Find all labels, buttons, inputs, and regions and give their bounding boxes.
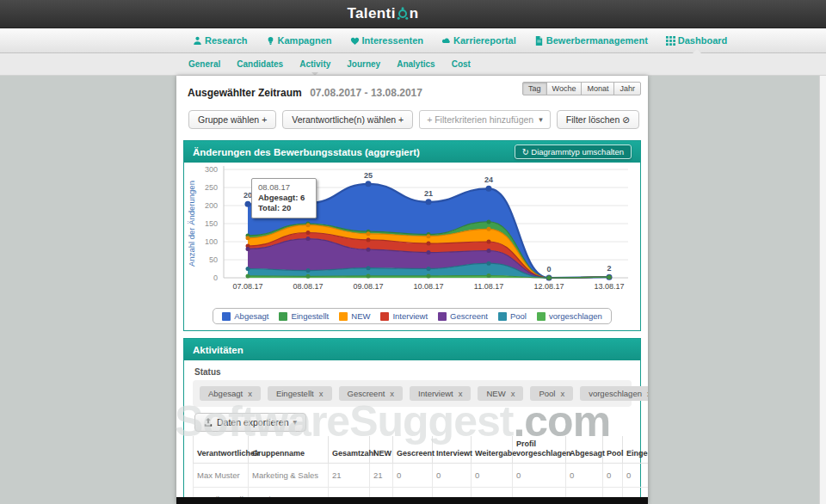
talention-logo[interactable]: Talentin (347, 5, 418, 22)
tab-cost[interactable]: Cost (452, 59, 471, 69)
range-button-woche[interactable]: Woche (546, 82, 583, 95)
status-chip-abgesagt[interactable]: Abgesagtx (200, 386, 261, 401)
nav-item-label: Research (205, 35, 248, 46)
export-data-label: Daten exportieren (217, 417, 288, 427)
legend-item-interviewt[interactable]: Interviewt (380, 311, 428, 321)
remove-chip-icon[interactable]: x (459, 389, 463, 398)
legend-label: Eingestellt (291, 311, 329, 321)
nav-item-label: Kampagnen (278, 35, 332, 46)
heart-icon (350, 36, 360, 46)
table-header-row: Verantwortliche/rGruppennameGesamtzahlNE… (194, 436, 649, 463)
column-header-weitergabe: Weitergabe (472, 436, 513, 463)
doc-icon (534, 36, 544, 46)
chevron-down-icon: ▾ (539, 115, 543, 124)
activities-table: Verantwortliche/rGruppennameGesamtzahlNE… (193, 436, 648, 504)
table-cell: 0 (603, 463, 623, 487)
nav-item-karriereportal[interactable]: Karriereportal (441, 35, 516, 46)
tooltip-line: Abgesagt: 6 (258, 193, 310, 203)
nav-item-label: Bewerbermanagement (546, 35, 648, 46)
table-cell: 0 (472, 463, 513, 487)
activities-panel-header: Aktivitäten (184, 339, 640, 360)
svg-text:150: 150 (205, 219, 218, 228)
remove-chip-icon[interactable]: x (647, 389, 648, 398)
legend-label: Abgesagt (234, 311, 268, 321)
period-from: 07.08.2017 (310, 87, 361, 99)
column-header-pool: Pool (603, 436, 623, 463)
legend-item-abgesagt[interactable]: Abgesagt (222, 311, 268, 321)
svg-text:0: 0 (546, 265, 551, 274)
nav-item-research[interactable]: Research (193, 35, 248, 46)
column-header-interviewt: Interviewt (433, 436, 472, 463)
legend-swatch (380, 312, 389, 321)
svg-text:11.08.17: 11.08.17 (474, 282, 503, 291)
filter-row: Gruppe wählen + Verantwortliche(n) wähle… (176, 100, 648, 129)
legend-item-gescreent[interactable]: Gescreent (438, 311, 488, 321)
tab-journey[interactable]: Journey (347, 59, 380, 69)
legend-swatch (537, 312, 546, 321)
sub-nav: GeneralCandidatesActivityJourneyAnalytic… (0, 53, 826, 76)
status-chips: AbgesagtxEingestelltxGescreentxInterview… (193, 380, 632, 407)
legend-item-pool[interactable]: Pool (498, 311, 527, 321)
table-cell: 21 (370, 463, 393, 487)
status-chip-gescreent[interactable]: Gescreentx (339, 386, 404, 401)
column-header-gesamtzahl: Gesamtzahl (329, 436, 370, 463)
tab-general[interactable]: General (188, 59, 220, 69)
toggle-chart-type-label: Diagrammtyp umschalten (531, 147, 624, 157)
export-icon (204, 418, 213, 427)
status-chip-eingestellt[interactable]: Eingestelltx (268, 386, 332, 401)
choose-group-button[interactable]: Gruppe wählen + (188, 110, 276, 129)
person-icon (193, 36, 202, 46)
nav-item-kampagnen[interactable]: Kampagnen (266, 35, 332, 46)
filter-criteria-select[interactable]: + Filterkriterien hinzufügen ▾ (419, 110, 551, 129)
nav-item-dashboard[interactable]: Dashboard (666, 35, 727, 46)
range-button-group: TagWocheMonatJahr (523, 82, 641, 95)
table-cell: 0 (433, 463, 472, 487)
main-nav: ResearchKampagnenInteressentenKarrierepo… (0, 28, 826, 53)
remove-chip-icon[interactable]: x (319, 389, 324, 398)
status-chip-vorgeschlagen[interactable]: vorgeschlagenx (580, 386, 648, 401)
svg-text:2: 2 (607, 264, 611, 273)
legend-item-eingestellt[interactable]: Eingestellt (279, 311, 329, 321)
tab-activity[interactable]: Activity (299, 59, 330, 69)
status-chip-new[interactable]: NEWx (478, 386, 523, 401)
clear-filter-label: Filter löschen (566, 114, 620, 125)
nav-item-interessenten[interactable]: Interessenten (350, 35, 424, 46)
remove-chip-icon[interactable]: x (248, 389, 252, 398)
period-row: Ausgewählter Zeitraum 07.08.2017 - 13.08… (176, 76, 648, 100)
table-cell: 0 (393, 463, 433, 487)
bottom-cutoff-bar (176, 497, 648, 504)
nav-item-label: Dashboard (678, 35, 727, 46)
status-chip-pool[interactable]: Poolx (530, 386, 573, 401)
nav-item-bewerbermanagement[interactable]: Bewerbermanagement (534, 35, 648, 46)
clear-filter-button[interactable]: Filter löschen ⊘ (557, 110, 639, 129)
svg-text:07.08.17: 07.08.17 (232, 282, 262, 291)
tooltip-date: 08.08.17 (258, 182, 310, 192)
export-data-button[interactable]: Daten exportieren ▾ (194, 413, 306, 432)
remove-chip-icon[interactable]: x (511, 389, 515, 398)
status-chip-interviewt[interactable]: Interviewtx (410, 386, 471, 401)
range-button-tag[interactable]: Tag (522, 82, 547, 95)
legend-swatch (438, 312, 447, 321)
scrollbar[interactable] (819, 76, 826, 504)
range-button-monat[interactable]: Monat (581, 82, 614, 95)
choose-responsible-button[interactable]: Verantwortliche(n) wählen + (282, 110, 413, 129)
ban-icon: ⊘ (622, 114, 630, 125)
legend-item-new[interactable]: NEW (339, 311, 370, 321)
tab-candidates[interactable]: Candidates (237, 59, 283, 69)
svg-text:25: 25 (364, 171, 373, 180)
remove-chip-icon[interactable]: x (560, 389, 564, 398)
toggle-chart-type-button[interactable]: ↻ Diagrammtyp umschalten (515, 144, 632, 159)
logo-text-pre: Talenti (347, 5, 395, 22)
range-button-jahr[interactable]: Jahr (613, 82, 641, 95)
logo-text-post: n (410, 5, 419, 22)
legend-item-vorgeschlagen[interactable]: vorgeschlagen (537, 311, 602, 321)
activities-body: Status AbgesagtxEingestelltxGescreentxIn… (184, 360, 640, 504)
area-chart[interactable]: 05010015020025030007.08.1708.08.1709.08.… (184, 163, 640, 305)
content-card: Ausgewählter Zeitraum 07.08.2017 - 13.08… (176, 76, 648, 504)
svg-text:50: 50 (209, 255, 218, 264)
remove-chip-icon[interactable]: x (390, 389, 394, 398)
legend-swatch (222, 312, 231, 321)
chart-panel-title: Änderungen des Bewerbungsstatus (aggregi… (193, 147, 420, 157)
table-cell: Max Muster (194, 463, 249, 487)
tab-analytics[interactable]: Analytics (397, 59, 435, 69)
